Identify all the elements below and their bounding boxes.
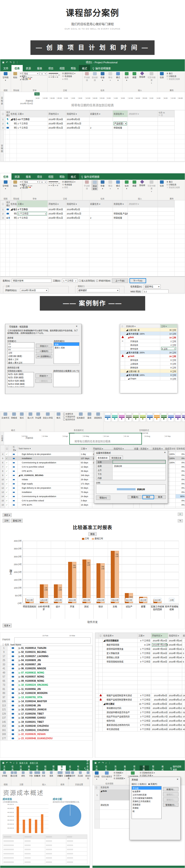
add-to-timeline-button[interactable]: ⇪ 添加到日程表	[166, 186, 180, 189]
tab-格式[interactable]: 格式	[79, 65, 90, 71]
previous-button[interactable]: 上一个(B)	[112, 278, 128, 283]
project-row[interactable]: 25▷ 04_H1000809_JIN	[0, 658, 92, 662]
tab-格式[interactable]: 格式	[158, 766, 168, 771]
task-row[interactable]: 确定项目范围8 工时2019年7月24日▾2019年7月24日	[96, 643, 185, 647]
data-label[interactable]: 32小时	[26, 598, 34, 602]
column-header-实际完成百分比[interactable]: 实际完成百分比 ▾	[176, 445, 185, 452]
resource-usage-row[interactable]: ✂开发任务2 工时	[120, 339, 177, 343]
column-header-开始时间[interactable]: 开始时间 ▾	[48, 111, 66, 117]
timeline-selection-box[interactable]	[69, 433, 142, 444]
resource-usage-row[interactable]: 测试任务4 工时	[120, 343, 177, 347]
tab-资源[interactable]: 资源	[111, 766, 121, 771]
bold-button[interactable]: B	[23, 185, 24, 187]
format-网格线[interactable]: 网格线	[11, 412, 17, 419]
dialog-button[interactable]: 复制(C)...	[163, 797, 179, 802]
tab-帮助[interactable]: 帮助	[57, 174, 68, 180]
insert-deliverable-button[interactable]: 可交付结果▾	[147, 180, 156, 193]
checkbox-可宽延时间[interactable]: 可宽延时间	[63, 415, 75, 418]
resource-usage-row[interactable]: 发布任务8 工时▲▼	[120, 347, 177, 350]
tab-bar-text[interactable]: 条形图文本	[110, 456, 123, 460]
data-label[interactable]: 64小时	[125, 598, 133, 602]
ok-button[interactable]: 确定	[142, 495, 154, 499]
column-header-工期[interactable]: 工期 ▾	[17, 200, 48, 207]
column-列设置[interactable]: 列设置	[35, 412, 41, 419]
project-row[interactable]: 105▷ 14_X1000244_MASTER	[0, 699, 92, 704]
mode-button[interactable]: 模式▾	[115, 180, 121, 190]
edit-pencil-icon[interactable]: ✎	[178, 519, 183, 522]
tab-帮助[interactable]: 帮助	[49, 766, 58, 771]
data-label[interactable]: 256小时	[96, 598, 105, 602]
chip-baseline-work[interactable]: 基线工时	[11, 519, 23, 523]
manual-schedule-button[interactable]: 手动安排	[84, 180, 90, 190]
column-header-任务名称[interactable]: 任务名称 ▾	[10, 111, 17, 117]
tab-设计[interactable]: 设计	[66, 766, 74, 771]
gantt-style-swatch[interactable]	[112, 412, 118, 422]
column-header-前置任务[interactable]: 前置任务 ▾	[89, 111, 113, 117]
task-row[interactable]: 获得核心资源1 个工作日2019年7月29日2019年7月29日4	[96, 655, 185, 660]
column-header-资源名称[interactable]: 资源名称 ▾	[113, 200, 128, 207]
column-header-资源名称[interactable]: 资源名称 ▾	[113, 111, 128, 117]
column-header-工期[interactable]: 工期 ▾	[138, 633, 151, 639]
data-label[interactable]: 280小时	[82, 598, 91, 602]
column-header-开始时间[interactable]: 开始时间 ▾	[48, 200, 66, 207]
ribbon-button-图表[interactable]: 图表	[48, 771, 54, 777]
remove-custom-field-button[interactable]: < 删除(E)	[35, 379, 52, 383]
notes-button[interactable]: 🗎 备注	[166, 72, 180, 74]
project-row[interactable]: 169▷ 22_H1000635_HENAN	[0, 732, 92, 736]
task-row[interactable]: 修改代码3 个工作日2019年10月22日2019年10月25日38	[96, 719, 185, 723]
auto-schedule-button[interactable]: 自动安排	[91, 180, 98, 190]
tab-项目[interactable]: 项目	[130, 766, 140, 771]
resource-usage-row[interactable]: 上线任务8 工时	[120, 362, 177, 366]
task-row[interactable]: 3⊞ 项目资源计划2 个工作日2019年7月31日2019年8月2日2项目经理	[0, 216, 185, 220]
tab-帮助[interactable]: 帮助	[68, 65, 79, 71]
information-button[interactable]: 信息	[159, 72, 165, 79]
ribbon-button-颜色[interactable]: 颜色	[20, 771, 26, 777]
project-row[interactable]: 81▷ 11_H1000956_JIN	[0, 687, 92, 691]
project-row[interactable]: 17▷ 03_X1000257_LIAONING	[0, 654, 92, 658]
chip-work[interactable]: 工时	[3, 519, 10, 523]
tab-格式[interactable]: 格式	[68, 174, 79, 180]
respect-links-button[interactable]: 🗨 考虑链接	[62, 75, 75, 78]
resource-usage-row[interactable]: ◢ Bob14 工时	[120, 336, 177, 339]
resource-usage-row[interactable]: ◢ 过度分配: 否8 工时	[120, 369, 177, 373]
move-button[interactable]: 移动▾	[107, 180, 113, 190]
tell-me-search[interactable]: 操作说明搜索	[82, 766, 92, 771]
task-table[interactable]: ⓘ任务模式 ▾任务名称 ▾工期 ▾开始时间 ▾完成时间 ▾前置任务 ▾资源名称 …	[0, 110, 185, 130]
column-header-Task Name[interactable]: Task Name ▾	[18, 445, 80, 452]
add-field-button[interactable]: 添加(A) >	[36, 344, 52, 348]
close-icon[interactable]: ✕	[164, 452, 166, 455]
resource-usage-row[interactable]: ◢ 最大使用量: 100%8 工时	[120, 373, 177, 377]
ribbon-button-甘特图[interactable]: 甘特图	[1, 771, 7, 777]
task-row[interactable]: 单元测试完成0 个工作日2019年10月29日2019年10月29日40	[96, 727, 185, 732]
resource-usage-row[interactable]: ◢ Jack24 工时	[120, 354, 177, 358]
format-文本样式[interactable]: 文本样式	[1, 412, 9, 419]
bar-基线[interactable]: 基线	[86, 412, 92, 419]
task-row[interactable]: 17◢ 03_X1000257_LIAONING303 days0%	[0, 507, 185, 508]
tell-me-search[interactable]: 操作说明搜索	[90, 65, 113, 71]
gantt-style-gallery[interactable]	[105, 412, 184, 422]
tab-任务[interactable]: 任务	[102, 766, 111, 771]
ribbon-item-资源使用状况[interactable]: ▦ 资源使用状况 ▾	[140, 771, 154, 774]
gantt-view-button[interactable]: 甘特图▾	[94, 771, 100, 780]
close-icon[interactable]: ✕	[177, 778, 179, 781]
task-row[interactable]	[96, 689, 185, 693]
project-row[interactable]: 65▷ 09_H1000938_NONG	[0, 679, 92, 683]
resource-usage-row[interactable]: 发布任务8 工时	[120, 358, 177, 362]
tab-设计[interactable]: 设计	[58, 766, 66, 771]
data-label[interactable]: 24小时	[154, 598, 161, 602]
tab-文件[interactable]: 文件	[0, 65, 11, 71]
available-custom-fields-list[interactable]: 标志1 任务 (维度)标志1 资源 (维度)标志10 任务 (维度)标志10 资…	[7, 372, 34, 387]
tab-资源[interactable]: 资源	[16, 766, 25, 771]
information-button[interactable]: 信息	[159, 180, 165, 187]
details-button[interactable]: ▤ 详细信息	[166, 75, 180, 78]
radio-task[interactable]: 任务(A)	[138, 783, 146, 785]
task-row[interactable]: 审阅模块化代码5 个工作日2019年10月8日2019年10月15日33,3	[96, 706, 185, 710]
column-header-完成时间[interactable]: 完成时间 ▾	[168, 633, 182, 639]
gantt-style-swatch[interactable]	[182, 412, 185, 422]
tab-视图[interactable]: 视图	[140, 766, 149, 771]
data-label[interactable]: 40小时	[140, 598, 147, 602]
font-size-select[interactable]: 11▾	[40, 181, 47, 184]
quick-access-toolbar[interactable]: ▣↶↷▯⋮	[2, 61, 18, 64]
project-row[interactable]: 1▷ 01_H1000914_TIANJIN	[0, 646, 92, 650]
empty-grid[interactable]	[0, 220, 185, 276]
